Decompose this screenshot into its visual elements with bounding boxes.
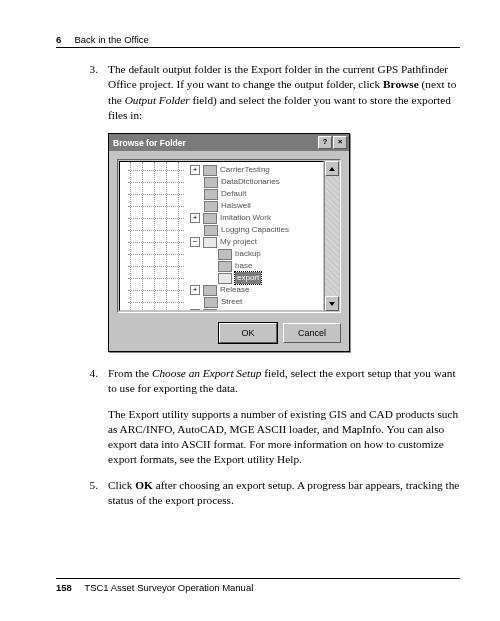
folder-icon <box>204 297 218 308</box>
tree-node[interactable]: +Training <box>190 308 323 311</box>
folder-tree[interactable]: +CarrierTestingDataDictionariesDefaultHa… <box>119 161 324 311</box>
dialog-button-row: OK Cancel <box>117 323 341 343</box>
dialog-screenshot: Browse for Folder ? × <box>108 133 460 352</box>
ok-button[interactable]: OK <box>219 323 277 343</box>
step-number: 4. <box>56 366 108 397</box>
folder-label[interactable]: Street <box>221 296 242 308</box>
expand-toggle[interactable]: + <box>190 165 200 175</box>
expand-toggle[interactable]: + <box>190 285 200 295</box>
folder-icon <box>203 237 217 248</box>
chapter-title: Back in the Office <box>75 34 149 45</box>
folder-label[interactable]: Imitation Work <box>220 212 271 224</box>
tree-node[interactable]: Street <box>190 296 323 308</box>
paragraph: The Export utility supports a number of … <box>108 407 460 468</box>
folder-label[interactable]: export <box>235 272 261 284</box>
folder-label[interactable]: DataDictionaries <box>221 176 280 188</box>
step-4: 4. From the Choose an Export Setup field… <box>56 366 460 397</box>
tree-node[interactable]: backup <box>190 248 323 260</box>
folder-label[interactable]: Halswell <box>221 200 251 212</box>
step-number: 3. <box>56 62 108 123</box>
step-5: 5. Click OK after choosing an export set… <box>56 478 460 509</box>
tree-node[interactable]: base <box>190 260 323 272</box>
page-number: 158 <box>56 582 72 593</box>
folder-icon <box>218 249 232 260</box>
dialog-title: Browse for Folder <box>113 138 318 148</box>
tree-node[interactable]: DataDictionaries <box>190 176 323 188</box>
chapter-number: 6 <box>56 34 61 45</box>
folder-icon <box>203 285 217 296</box>
folder-label[interactable]: My project <box>220 236 257 248</box>
tree-node[interactable]: +Imitation Work <box>190 212 323 224</box>
running-head: 6 Back in the Office <box>56 34 460 48</box>
scroll-down-button[interactable] <box>325 296 339 311</box>
tree-node[interactable]: −My project <box>190 236 323 248</box>
step-body: Click OK after choosing an export setup.… <box>108 478 460 509</box>
folder-label[interactable]: Release <box>220 284 249 296</box>
tree-node[interactable]: Halswell <box>190 200 323 212</box>
folder-label[interactable]: Default <box>221 188 246 200</box>
folder-icon <box>204 225 218 236</box>
folder-icon <box>203 165 217 176</box>
folder-icon <box>203 309 217 312</box>
tree-node[interactable]: export <box>190 272 323 284</box>
folder-icon <box>204 177 218 188</box>
folder-icon <box>218 273 232 284</box>
tree-node[interactable]: Default <box>190 188 323 200</box>
folder-label[interactable]: backup <box>235 248 261 260</box>
svg-marker-1 <box>329 302 335 306</box>
cancel-button[interactable]: Cancel <box>283 323 341 343</box>
step-number: 5. <box>56 478 108 509</box>
tree-node[interactable]: +Release <box>190 284 323 296</box>
tree-node[interactable]: Logging Capacities <box>190 224 323 236</box>
dialog-titlebar: Browse for Folder ? × <box>109 134 349 151</box>
folder-label[interactable]: Logging Capacities <box>221 224 289 236</box>
close-button[interactable]: × <box>333 136 347 149</box>
browse-for-folder-dialog: Browse for Folder ? × <box>108 133 350 352</box>
manual-page: 6 Back in the Office 3. The default outp… <box>0 0 500 621</box>
scroll-track[interactable] <box>325 176 339 296</box>
expand-toggle[interactable]: + <box>190 309 200 311</box>
expand-toggle[interactable]: + <box>190 213 200 223</box>
folder-tree-frame: +CarrierTestingDataDictionariesDefaultHa… <box>117 159 341 313</box>
expand-toggle[interactable]: − <box>190 237 200 247</box>
folder-icon <box>204 201 218 212</box>
folder-icon <box>204 189 218 200</box>
svg-marker-0 <box>329 167 335 171</box>
dialog-body: +CarrierTestingDataDictionariesDefaultHa… <box>109 151 349 351</box>
step-3: 3. The default output folder is the Expo… <box>56 62 460 123</box>
step-body: From the Choose an Export Setup field, s… <box>108 366 460 397</box>
scroll-up-button[interactable] <box>325 161 339 176</box>
help-button[interactable]: ? <box>318 136 332 149</box>
footer-title: TSC1 Asset Surveyor Operation Manual <box>84 582 253 593</box>
folder-label[interactable]: base <box>235 260 252 272</box>
scrollbar[interactable] <box>324 161 339 311</box>
step-body: The default output folder is the Export … <box>108 62 460 123</box>
folder-icon <box>218 261 232 272</box>
folder-icon <box>203 213 217 224</box>
folder-label[interactable]: Training <box>220 308 249 311</box>
tree-node[interactable]: +CarrierTesting <box>190 164 323 176</box>
folder-label[interactable]: CarrierTesting <box>220 164 270 176</box>
page-footer: 158 TSC1 Asset Surveyor Operation Manual <box>56 578 460 593</box>
